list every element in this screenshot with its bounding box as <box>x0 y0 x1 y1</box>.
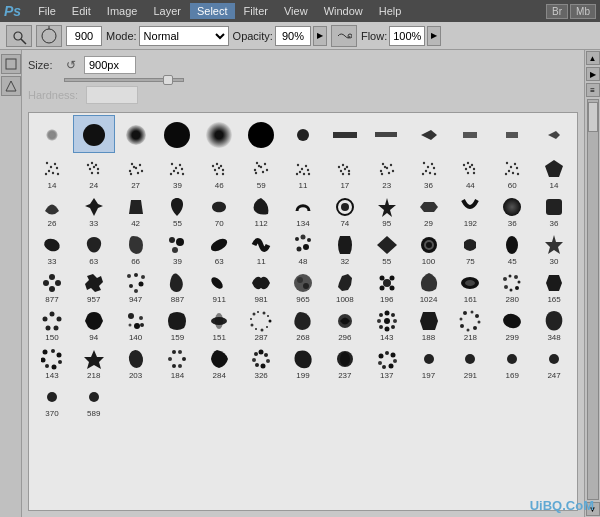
brush-cell-25[interactable]: 60 <box>491 153 533 191</box>
brush-cell-33[interactable]: 134 <box>282 191 324 229</box>
menu-select[interactable]: Select <box>190 3 235 19</box>
brush-cell-14[interactable]: 14 <box>31 153 73 191</box>
brush-cell-79[interactable]: 143 <box>31 343 73 381</box>
menu-edit[interactable]: Edit <box>65 3 98 19</box>
brush-cell-2[interactable] <box>73 115 115 153</box>
brush-cell-32[interactable]: 112 <box>240 191 282 229</box>
brush-cell-60[interactable]: 1008 <box>324 267 366 305</box>
airbrush-btn[interactable] <box>331 25 357 47</box>
brush-cell-36[interactable]: 29 <box>408 191 450 229</box>
brush-cell-27[interactable]: 26 <box>31 191 73 229</box>
brush-cell-41[interactable]: 63 <box>73 229 115 267</box>
brush-cell-46[interactable]: 48 <box>282 229 324 267</box>
scroll-up-arrow[interactable]: ▲ <box>586 51 600 65</box>
brush-cell-47[interactable]: 32 <box>324 229 366 267</box>
brush-cell-52[interactable]: 30 <box>533 229 575 267</box>
brush-cell-35[interactable]: 95 <box>366 191 408 229</box>
brush-cell-1[interactable] <box>31 115 73 153</box>
brush-cell-34[interactable]: 74 <box>324 191 366 229</box>
brush-cell-30[interactable]: 55 <box>157 191 199 229</box>
menu-image[interactable]: Image <box>100 3 145 19</box>
brush-cell-75[interactable]: 188 <box>408 305 450 343</box>
brush-cell-3[interactable] <box>115 115 157 153</box>
flow-arrow[interactable]: ▶ <box>427 26 441 46</box>
brush-cell-77[interactable]: 299 <box>491 305 533 343</box>
brush-cell-70[interactable]: 151 <box>198 305 240 343</box>
menu-help[interactable]: Help <box>372 3 409 19</box>
brush-cell-54[interactable]: 957 <box>73 267 115 305</box>
brush-cell-29[interactable]: 42 <box>115 191 157 229</box>
brush-cell-12[interactable] <box>491 115 533 153</box>
size-slider[interactable] <box>64 78 184 82</box>
brush-cell-39[interactable]: 36 <box>533 191 575 229</box>
brush-cell-65[interactable]: 165 <box>533 267 575 305</box>
menu-filter[interactable]: Filter <box>237 3 275 19</box>
brush-cell-90[interactable]: 169 <box>491 343 533 381</box>
brush-cell-19[interactable]: 59 <box>240 153 282 191</box>
brush-cell-20[interactable]: 11 <box>282 153 324 191</box>
menu-btn[interactable]: ≡ <box>586 83 600 97</box>
left-tool-1[interactable] <box>1 54 21 74</box>
menu-window[interactable]: Window <box>317 3 370 19</box>
brush-cell-71[interactable]: 287 <box>240 305 282 343</box>
left-tool-2[interactable] <box>1 76 21 96</box>
opacity-value[interactable]: 90% <box>275 26 311 46</box>
brush-cell-69[interactable]: 159 <box>157 305 199 343</box>
menu-view[interactable]: View <box>277 3 315 19</box>
brush-cell-43[interactable]: 39 <box>157 229 199 267</box>
brush-cell-15[interactable]: 24 <box>73 153 115 191</box>
brush-cell-86[interactable]: 237 <box>324 343 366 381</box>
brush-cell-17[interactable]: 39 <box>157 153 199 191</box>
brush-cell-11[interactable] <box>449 115 491 153</box>
brush-cell-83[interactable]: 284 <box>198 343 240 381</box>
br-button[interactable]: Br <box>546 4 568 19</box>
brush-cell-66[interactable]: 150 <box>31 305 73 343</box>
brush-cell-8[interactable] <box>324 115 366 153</box>
brush-cell-22[interactable]: 23 <box>366 153 408 191</box>
brush-cell-55[interactable]: 947 <box>115 267 157 305</box>
brush-cell-64[interactable]: 280 <box>491 267 533 305</box>
brush-cell-84[interactable]: 326 <box>240 343 282 381</box>
brush-cell-61[interactable]: 196 <box>366 267 408 305</box>
mode-select[interactable]: Normal Dissolve Multiply <box>139 26 229 46</box>
brush-cell-4[interactable] <box>157 115 199 153</box>
brush-cell-49[interactable]: 100 <box>408 229 450 267</box>
brush-cell-50[interactable]: 75 <box>449 229 491 267</box>
brush-cell-38[interactable]: 36 <box>491 191 533 229</box>
brush-cell-6[interactable] <box>240 115 282 153</box>
flow-value[interactable]: 100% <box>389 26 425 46</box>
brush-cell-89[interactable]: 291 <box>449 343 491 381</box>
brush-cell-5[interactable] <box>198 115 240 153</box>
brush-size-btn[interactable] <box>36 25 62 47</box>
brush-size-number[interactable]: 900 <box>66 26 102 46</box>
brush-cell-73[interactable]: 296 <box>324 305 366 343</box>
brush-cell-81[interactable]: 203 <box>115 343 157 381</box>
brush-cell-28[interactable]: 33 <box>73 191 115 229</box>
brush-cell-63[interactable]: 161 <box>449 267 491 305</box>
brush-cell-53[interactable]: 877 <box>31 267 73 305</box>
brush-cell-13[interactable] <box>533 115 575 153</box>
brush-cell-9[interactable] <box>366 115 408 153</box>
brush-cell-44[interactable]: 63 <box>198 229 240 267</box>
brush-cell-42[interactable]: 66 <box>115 229 157 267</box>
brush-cell-26[interactable]: 14 <box>533 153 575 191</box>
brush-cell-18[interactable]: 46 <box>198 153 240 191</box>
brush-cell-59[interactable]: 965 <box>282 267 324 305</box>
brush-cell-92[interactable]: 370 <box>31 381 73 419</box>
brush-cell-88[interactable]: 197 <box>408 343 450 381</box>
brush-cell-10[interactable] <box>408 115 450 153</box>
brush-cell-62[interactable]: 1024 <box>408 267 450 305</box>
brush-cell-31[interactable]: 70 <box>198 191 240 229</box>
brush-cell-24[interactable]: 44 <box>449 153 491 191</box>
hardness-value[interactable] <box>86 86 138 104</box>
brush-tool-btn[interactable] <box>6 25 32 47</box>
scroll-track[interactable] <box>587 99 599 500</box>
brush-cell-57[interactable]: 911 <box>198 267 240 305</box>
menu-layer[interactable]: Layer <box>146 3 188 19</box>
brush-cell-45[interactable]: 11 <box>240 229 282 267</box>
brush-grid-container[interactable]: 1424273946591117233644601426334255701121… <box>28 112 578 511</box>
brush-cell-7[interactable] <box>282 115 324 153</box>
brush-cell-80[interactable]: 218 <box>73 343 115 381</box>
brush-cell-51[interactable]: 45 <box>491 229 533 267</box>
brush-cell-72[interactable]: 268 <box>282 305 324 343</box>
